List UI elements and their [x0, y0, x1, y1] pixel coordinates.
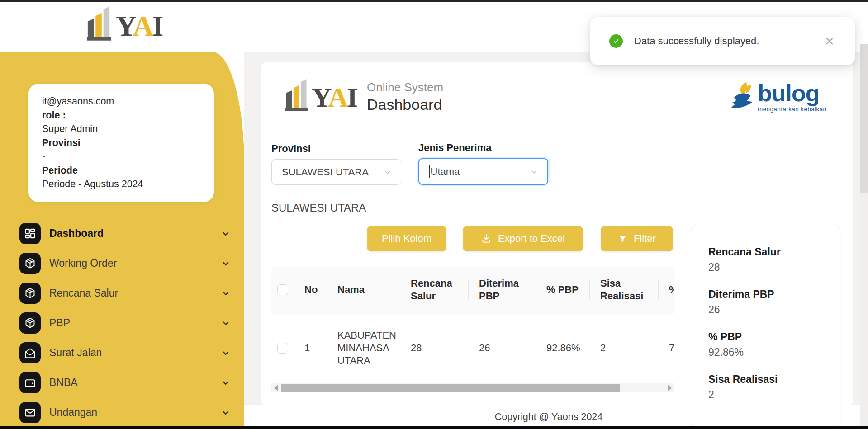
- chevron-down-icon: [221, 348, 231, 360]
- scroll-right-button[interactable]: [665, 383, 674, 392]
- cell-no: 1: [299, 314, 327, 382]
- package-icon: [19, 253, 41, 274]
- summary-value: 92.86%: [708, 346, 831, 358]
- page-scrollbar-thumb[interactable]: [860, 44, 868, 193]
- cell-pct-sisa: 7: [658, 314, 674, 382]
- summary-label: % PBP: [708, 331, 831, 343]
- provinsi-filter-label: Provinsi: [271, 143, 311, 155]
- header-subtitle: Online System: [367, 80, 443, 94]
- yai-wordmark: YAI: [116, 12, 162, 41]
- chevron-down-icon: [221, 318, 231, 330]
- jenis-penerima-filter-label: Jenis Penerima: [418, 142, 491, 154]
- yai-logo: YAI: [86, 5, 194, 46]
- sidebar-item-working-order[interactable]: Working Order: [0, 253, 244, 274]
- yai-wordmark: YAI: [312, 83, 356, 113]
- chevron-down-icon: [221, 378, 231, 390]
- scroll-left-button[interactable]: [271, 383, 280, 392]
- provinsi-select[interactable]: SULAWESI UTARA: [271, 159, 401, 185]
- periode-label: Periode: [42, 164, 200, 178]
- summary-panel: Rencana Salur 28 Diterima PBP 26 % PBP 9…: [691, 225, 840, 429]
- mail-open-icon: [19, 342, 41, 363]
- filter-button[interactable]: Filter: [601, 226, 673, 251]
- sidebar-item-rencana-salur[interactable]: Rencana Salur: [0, 283, 244, 304]
- pilih-kolom-label: Pilih Kolom: [382, 233, 432, 245]
- provinsi-label: Provinsi: [42, 136, 200, 150]
- export-excel-label: Export to Excel: [498, 233, 565, 245]
- column-header-rencana-salur: Rencana Salur: [400, 266, 468, 314]
- select-all-checkbox[interactable]: [277, 284, 288, 295]
- yai-bars-icon: [86, 5, 112, 42]
- page-title: Dashboard: [367, 96, 442, 113]
- sidebar-item-pbp[interactable]: PBP: [0, 312, 244, 334]
- yai-logo-main: YAI: [285, 78, 356, 113]
- sidebar-item-label: Working Order: [49, 257, 117, 269]
- close-icon[interactable]: [824, 36, 835, 47]
- filter-funnel-icon: [618, 234, 627, 244]
- success-check-icon: [609, 34, 623, 48]
- summary-label: Diterima PBP: [708, 288, 831, 301]
- sidebar-item-surat-jalan[interactable]: Surat Jalan: [0, 342, 244, 363]
- periode-value: Periode - Agustus 2024: [42, 177, 200, 191]
- cell-nama: KABUPATEN MINAHASA UTARA: [327, 314, 400, 382]
- jenis-penerima-select-value: Utama: [431, 166, 530, 178]
- cell-pct-pbp: 92.86%: [536, 314, 589, 382]
- summary-label: Sisa Realisasi: [708, 373, 831, 386]
- section-title: SULAWESI UTARA: [271, 202, 366, 214]
- column-header-nama: Nama: [327, 266, 400, 314]
- dashboard-grid-icon: [19, 223, 41, 244]
- column-header-sisa-realisasi: Sisa Realisasi: [589, 266, 658, 314]
- wallet-icon: [19, 372, 41, 393]
- role-label: role :: [42, 108, 200, 123]
- summary-value: 26: [708, 304, 831, 316]
- user-email: it@yasaons.com: [42, 94, 200, 108]
- chevron-down-icon: [383, 167, 393, 177]
- table-row[interactable]: 1 KABUPATEN MINAHASA UTARA 28 26 92.86% …: [271, 314, 674, 382]
- bulog-text: bulog mengantarkan kebaikan: [758, 81, 827, 113]
- table-header-row: No Nama Rencana Salur Diterima PBP % PBP…: [271, 266, 674, 314]
- yai-bars-icon: [285, 78, 309, 113]
- summary-label: Rencana Salur: [708, 246, 831, 258]
- table-scrollbar-track[interactable]: [271, 383, 674, 392]
- success-toast: Data successfully displayed.: [590, 17, 855, 65]
- sidebar-item-bnba[interactable]: BNBA: [0, 372, 244, 393]
- jenis-penerima-select[interactable]: Utama: [418, 158, 548, 185]
- pilih-kolom-button[interactable]: Pilih Kolom: [367, 226, 446, 251]
- column-header-pct-pbp: % PBP: [536, 266, 589, 314]
- download-icon: [481, 233, 492, 244]
- text-caret: [429, 165, 430, 178]
- role-value: Super Admin: [42, 122, 200, 136]
- row-checkbox[interactable]: [277, 343, 288, 354]
- chevron-down-icon: [221, 288, 231, 300]
- user-info-card: it@yasaons.com role : Super Admin Provin…: [28, 84, 214, 202]
- provinsi-select-value: SULAWESI UTARA: [282, 166, 383, 178]
- provinsi-value: -: [42, 150, 200, 164]
- sidebar-item-label: Undangan: [49, 406, 97, 419]
- cell-diterima-pbp: 26: [468, 314, 536, 382]
- sidebar-item-undangan[interactable]: Undangan: [0, 402, 244, 423]
- sidebar: it@yasaons.com role : Super Admin Provin…: [0, 52, 244, 426]
- sidebar-item-dashboard[interactable]: Dashboard: [0, 223, 244, 244]
- sidebar-item-label: Rencana Salur: [49, 287, 118, 299]
- package-icon: [19, 283, 41, 304]
- export-excel-button[interactable]: Export to Excel: [463, 226, 583, 251]
- data-table: No Nama Rencana Salur Diterima PBP % PBP…: [271, 266, 674, 382]
- sidebar-item-label: Surat Jalan: [49, 347, 102, 359]
- cell-sisa-realisasi: 2: [589, 314, 658, 382]
- chevron-down-icon: [221, 408, 231, 420]
- bulog-wordmark: bulog: [758, 81, 827, 105]
- summary-value: 2: [708, 389, 831, 401]
- dashboard-page: YAI it@yasaons.com role : Super Admin Pr…: [0, 0, 868, 429]
- table-scrollbar-thumb[interactable]: [281, 384, 620, 392]
- chevron-down-icon: [529, 167, 539, 177]
- chevron-down-icon: [221, 229, 231, 240]
- sidebar-item-label: Dashboard: [49, 227, 104, 240]
- package-icon: [19, 312, 41, 334]
- bulog-tagline: mengantarkan kebaikan: [758, 106, 827, 113]
- column-header-no: No: [299, 266, 327, 314]
- mail-icon: [19, 402, 41, 423]
- filter-label: Filter: [634, 233, 656, 245]
- column-header-diterima-pbp: Diterima PBP: [468, 266, 536, 314]
- sidebar-item-label: PBP: [49, 317, 70, 329]
- chevron-down-icon: [221, 259, 231, 270]
- bulog-swoosh-icon: [730, 81, 756, 112]
